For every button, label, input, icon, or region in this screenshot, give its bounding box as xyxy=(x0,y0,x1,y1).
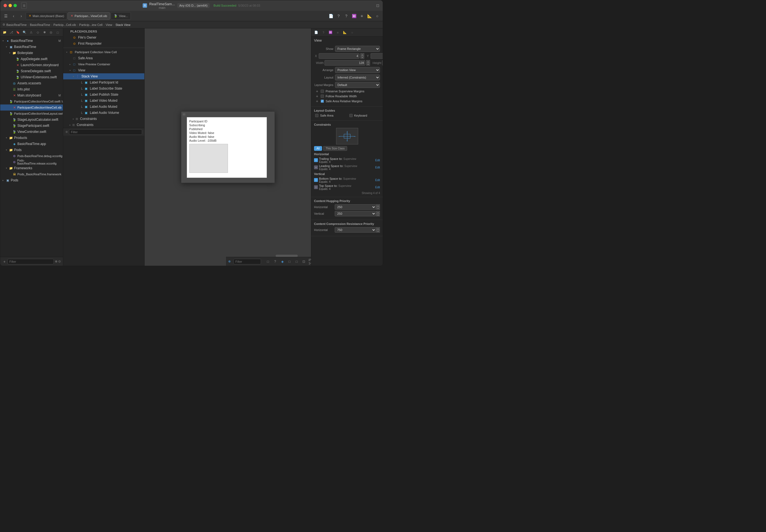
tree-item-pods-group[interactable]: 📁 Pods xyxy=(0,147,63,153)
cb-safe-guide-check[interactable] xyxy=(315,114,318,117)
canvas-tool-1[interactable]: □ xyxy=(265,259,271,265)
tree-item-group1[interactable]: ▣ BasicRealTime xyxy=(0,44,63,50)
quick-help-insp-btn[interactable]: ? xyxy=(321,30,326,35)
tree-item-root[interactable]: ● BasicRealTime M xyxy=(0,38,63,44)
canvas-scrollbar-h[interactable] xyxy=(226,255,239,257)
tree-item-launchscreen[interactable]: ✕ LaunchScreen.storyboard xyxy=(0,62,63,68)
leading-edit-btn[interactable]: Edit xyxy=(375,166,380,169)
h-p-down[interactable]: ▼ xyxy=(376,207,380,210)
outline-files-owner[interactable]: ⊙ File's Owner xyxy=(63,34,144,41)
breakpoint-nav-btn[interactable]: ◎ xyxy=(48,30,54,35)
layout-select[interactable]: Inferred (Constraints) xyxy=(335,74,380,80)
outline-label-publish[interactable]: L ▣ Label Publish State xyxy=(63,92,144,98)
cb-readable-add[interactable]: + xyxy=(315,94,319,98)
sidebar-filter-input[interactable] xyxy=(7,259,54,264)
tree-item-slc[interactable]: 🍃 StageLayoutCalculator.swift xyxy=(0,117,63,123)
canvas-close-btn[interactable]: × xyxy=(182,113,186,116)
x-stepper[interactable]: ▲ ▼ xyxy=(360,53,364,59)
cb-preserve-add[interactable]: + xyxy=(315,89,319,93)
layout-margins-select[interactable]: Default xyxy=(335,82,380,88)
cb-safearea-check[interactable] xyxy=(321,100,324,103)
arrange-select[interactable]: Position View xyxy=(335,67,380,73)
tree-item-pods-root[interactable]: ▣ Pods xyxy=(0,177,63,183)
v-priority-select[interactable]: 250 xyxy=(335,211,376,216)
connections-btn[interactable]: ○ xyxy=(374,13,381,19)
v-priority-stepper[interactable]: ▲ ▼ xyxy=(376,211,380,216)
cb-safearea-add[interactable]: + xyxy=(315,99,319,103)
bottom-edit-btn[interactable]: Edit xyxy=(375,179,380,182)
breadcrumb-1[interactable]: BasicRealTime xyxy=(6,23,27,26)
outline-label-video[interactable]: L ▣ Label Video Muted xyxy=(63,98,144,104)
outline-preview-container[interactable]: □ View Preview Container xyxy=(63,61,144,67)
id-insp-btn[interactable]: 🆔 xyxy=(328,30,333,35)
breadcrumb-6[interactable]: Stack View xyxy=(115,23,130,26)
debug-nav-btn[interactable]: ✱ xyxy=(42,30,47,35)
tree-item-pccvl[interactable]: 🍃 ParticipantCollectionViewLayout.swift xyxy=(0,111,63,117)
outline-constraints-outer[interactable]: ⊞ Constraints xyxy=(63,122,144,128)
forward-btn[interactable]: › xyxy=(18,13,25,19)
find-nav-btn[interactable]: 🔍 xyxy=(22,30,27,35)
size-insp-btn[interactable]: 📐 xyxy=(342,30,348,35)
scheme-selector[interactable]: Any iOS D... (arm64) xyxy=(177,3,210,8)
outline-filter-input[interactable] xyxy=(69,129,142,135)
y-input[interactable] xyxy=(371,53,383,59)
outline-stack-view[interactable]: ⋮ Stack View xyxy=(63,73,144,79)
tree-item-sp[interactable]: 🍃 StageParticipant.swift xyxy=(0,123,63,129)
sidebar-toggle-btn[interactable]: ☰ xyxy=(21,2,27,9)
file-insp-btn[interactable]: 📄 xyxy=(314,30,319,35)
tab-size-class[interactable]: This Size Class xyxy=(323,146,347,151)
breadcrumb-4[interactable]: Particip...iew Cell xyxy=(79,23,102,26)
tree-item-scenedelegate[interactable]: 🍃 SceneDelegate.swift xyxy=(0,68,63,74)
w-up[interactable]: ▲ xyxy=(366,60,370,63)
tab-swift[interactable]: 🍃 View... xyxy=(111,12,131,20)
tree-item-pccvx[interactable]: ✕ ParticipantCollectionViewCell.xib xyxy=(0,104,63,111)
tree-item-framework[interactable]: 🏛 Pods_BasicRealTime.framework xyxy=(0,171,63,177)
w-input[interactable] xyxy=(325,60,365,66)
h-c-down[interactable]: ▼ xyxy=(376,230,380,233)
tree-item-assets[interactable]: ◎ Assets.xcassets xyxy=(0,80,63,86)
outline-first-responder[interactable]: ⊙ First Responder xyxy=(63,41,144,47)
attr-insp-btn[interactable]: ≡ xyxy=(335,30,341,35)
v-p-down[interactable]: ▼ xyxy=(376,214,380,216)
top-edit-btn[interactable]: Edit xyxy=(375,186,380,189)
folder-nav-btn[interactable]: 📁 xyxy=(2,30,7,35)
tab-storyboard[interactable]: ✕ Main.storyboard (Base) xyxy=(26,12,67,20)
minimize-button[interactable] xyxy=(9,4,12,7)
breadcrumb-3[interactable]: Particip...Cell.xib xyxy=(53,23,76,26)
tree-item-release-xcconfig[interactable]: ⚙ Pods-BasicRealTime.release.xcconfig xyxy=(0,159,63,165)
tree-item-app[interactable]: ◈ BasicRealTime.app xyxy=(0,141,63,147)
canvas-tool-2[interactable]: ? xyxy=(272,259,278,265)
attributes-btn[interactable]: ≡ xyxy=(358,13,365,19)
outline-label-volume[interactable]: L ▣ Label Audio Volume xyxy=(63,110,144,116)
tree-item-vc[interactable]: 🍃 ViewController.swift xyxy=(0,129,63,135)
h-compression-select[interactable]: 750 xyxy=(335,227,376,233)
show-select[interactable]: Frame Rectangle xyxy=(335,46,380,52)
report-nav-btn[interactable]: □ xyxy=(55,30,60,35)
navigator-btn[interactable]: ☰ xyxy=(2,13,9,19)
tab-xib[interactable]: ✕ Participan...ViewCell.xib xyxy=(68,12,110,20)
identity-inspector-btn[interactable]: 🆔 xyxy=(351,13,357,19)
x-up[interactable]: ▲ xyxy=(360,53,364,56)
conn-insp-btn[interactable]: ○ xyxy=(349,30,355,35)
outline-view[interactable]: □ View xyxy=(63,67,144,73)
tree-item-uiview[interactable]: 🍃 UIView+Extensions.swift xyxy=(0,74,63,80)
outline-label-subscribe[interactable]: L ▣ Label Subscribe State xyxy=(63,85,144,92)
trailing-edit-btn[interactable]: Edit xyxy=(375,159,380,162)
h-c-stepper[interactable]: ▲ ▼ xyxy=(376,227,380,233)
cb-keyboard-guide-check[interactable] xyxy=(349,114,353,117)
canvas-tool-4[interactable]: □ xyxy=(287,259,293,265)
x-down[interactable]: ▼ xyxy=(360,56,364,59)
outline-constraints-inner[interactable]: ⊞ Constraints xyxy=(63,116,144,122)
h-priority-select[interactable]: 250 xyxy=(335,204,376,210)
breadcrumb-5[interactable]: View xyxy=(106,23,112,26)
close-button[interactable] xyxy=(4,4,7,7)
back-btn[interactable]: ‹ xyxy=(10,13,17,19)
tab-all[interactable]: All xyxy=(314,146,322,151)
test-nav-btn[interactable]: ◇ xyxy=(35,30,41,35)
h-priority-stepper[interactable]: ▲ ▼ xyxy=(376,204,380,210)
h-input[interactable] xyxy=(382,60,383,66)
outline-cell[interactable]: ⊡ Participant Collection View Cell xyxy=(63,49,144,55)
outline-safe-area[interactable]: □ Safe Area xyxy=(63,55,144,61)
cb-preserve-check[interactable] xyxy=(321,90,324,93)
h-p-up[interactable]: ▲ xyxy=(376,204,380,207)
